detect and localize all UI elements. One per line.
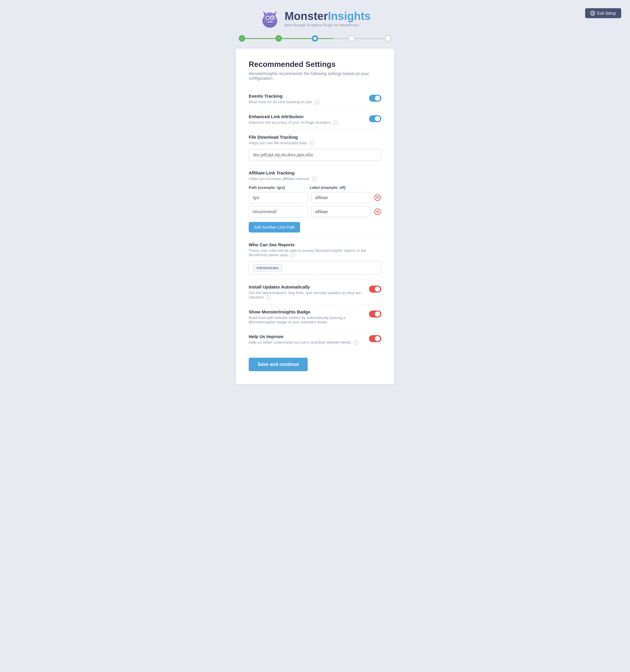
logo-icon xyxy=(259,8,280,29)
events-tracking-left: Events Tracking Must have for all click … xyxy=(249,94,369,104)
enhanced-link-row: Enhanced Link Attribution Improves the a… xyxy=(249,110,381,130)
show-badge-left: Show MonsterInsights Badge Build trust w… xyxy=(249,309,369,324)
logo-area: MonsterInsights Best Google Analytics Pl… xyxy=(259,8,370,29)
install-updates-info-icon[interactable]: i xyxy=(266,295,271,299)
show-badge-toggle[interactable] xyxy=(369,311,381,317)
events-tracking-info-icon[interactable]: i xyxy=(315,100,320,104)
progress-bar-area xyxy=(0,35,630,42)
help-improve-label: Help Us Improve xyxy=(249,334,369,339)
step-4-dot xyxy=(348,35,355,42)
install-updates-desc: Get the latest features, bug fixes, and … xyxy=(249,291,369,299)
affiliate-label-input-2[interactable] xyxy=(311,206,371,217)
administrator-role-tag: Administrator xyxy=(253,264,282,271)
install-updates-label: Install Updates Automatically xyxy=(249,284,369,289)
affiliate-path-input-1[interactable] xyxy=(249,192,308,203)
file-download-desc: Helps you see file downloads data. i xyxy=(249,141,381,145)
help-improve-toggle[interactable] xyxy=(369,335,381,342)
enhanced-link-label: Enhanced Link Attribution xyxy=(249,114,369,119)
enhanced-link-desc: Improves the accuracy of your In-Page An… xyxy=(249,120,369,125)
header: MonsterInsights Best Google Analytics Pl… xyxy=(0,0,630,35)
main-card: Recommended Settings MonsterInsights rec… xyxy=(236,49,394,384)
step-line-3 xyxy=(318,38,348,39)
step-3-dot xyxy=(312,35,318,42)
step-line-4 xyxy=(355,38,385,39)
events-tracking-toggle[interactable] xyxy=(369,95,381,102)
install-updates-row: Install Updates Automatically Get the la… xyxy=(249,280,381,305)
file-download-label: File Download Tracking xyxy=(249,135,381,140)
exit-setup-button[interactable]: ✕ Exit Setup xyxy=(585,8,621,18)
reports-section: Who Can See Reports These user roles wil… xyxy=(249,238,381,280)
file-download-input[interactable] xyxy=(249,149,381,161)
progress-track xyxy=(239,35,391,42)
install-updates-toggle[interactable] xyxy=(369,286,381,293)
affiliate-label-input-1[interactable] xyxy=(311,192,371,203)
svg-point-6 xyxy=(266,17,269,19)
show-badge-label: Show MonsterInsights Badge xyxy=(249,309,369,314)
reports-desc: These user roles will be able to access … xyxy=(249,248,381,258)
remove-icon-2: ✕ xyxy=(374,209,381,215)
reports-label: Who Can See Reports xyxy=(249,242,381,247)
role-tag-container[interactable]: Administrator xyxy=(249,261,381,275)
affiliate-remove-button-2[interactable]: ✕ xyxy=(374,208,381,216)
show-badge-row: Show MonsterInsights Badge Build trust w… xyxy=(249,305,381,329)
enhanced-link-toggle[interactable] xyxy=(369,115,381,122)
affiliate-column-headers: Path (example: /go/) Label (example: aff… xyxy=(249,185,381,190)
page-title: Recommended Settings xyxy=(249,60,381,69)
affiliate-path-input-2[interactable] xyxy=(249,206,308,217)
help-improve-left: Help Us Improve Help us better understan… xyxy=(249,334,369,345)
page-subtitle: MonsterInsights recommends the following… xyxy=(249,71,381,81)
help-improve-desc: Help us better understand our users and … xyxy=(249,340,369,345)
affiliate-label-column-label: Label (example: aff) xyxy=(310,185,367,190)
step-5-dot xyxy=(385,35,391,42)
logo-text: MonsterInsights Best Google Analytics Pl… xyxy=(284,10,370,27)
file-download-info-icon[interactable]: i xyxy=(310,141,314,145)
events-tracking-row: Events Tracking Must have for all click … xyxy=(249,89,381,110)
enhanced-link-info-icon[interactable]: i xyxy=(333,120,337,125)
step-1-dot xyxy=(239,35,245,42)
svg-rect-11 xyxy=(268,21,269,23)
svg-rect-12 xyxy=(270,21,271,23)
events-tracking-label: Events Tracking xyxy=(249,94,369,98)
affiliate-row-1: ✕ xyxy=(249,192,381,203)
step-line-2 xyxy=(282,38,312,39)
events-tracking-desc: Must have for all click tracking on site… xyxy=(249,100,369,104)
exit-icon: ✕ xyxy=(590,11,595,16)
remove-icon-1: ✕ xyxy=(374,194,381,201)
enhanced-link-left: Enhanced Link Attribution Improves the a… xyxy=(249,114,369,125)
svg-rect-13 xyxy=(271,21,273,23)
show-badge-desc: Build trust with website visitors by aut… xyxy=(249,315,369,324)
affiliate-path-column-label: Path (example: /go/) xyxy=(249,185,306,190)
affiliate-info-icon[interactable]: i xyxy=(312,177,317,181)
reports-info-icon[interactable]: i xyxy=(291,253,295,258)
help-improve-info-icon[interactable]: i xyxy=(354,340,358,345)
step-2-dot xyxy=(275,35,282,42)
affiliate-desc: Helps you increase affiliate revenue. i xyxy=(249,176,381,181)
exit-setup-label: Exit Setup xyxy=(597,11,616,16)
logo-name: MonsterInsights xyxy=(284,10,370,22)
file-download-section: File Download Tracking Helps you see fil… xyxy=(249,130,381,166)
affiliate-row-2: ✕ xyxy=(249,206,381,217)
add-link-path-button[interactable]: Add Another Link Path xyxy=(249,222,300,233)
help-improve-row: Help Us Improve Help us better understan… xyxy=(249,329,381,350)
save-continue-button[interactable]: Save and continue xyxy=(249,358,308,371)
install-updates-left: Install Updates Automatically Get the la… xyxy=(249,284,369,299)
affiliate-label: Affiliate Link Tracking xyxy=(249,170,381,175)
affiliate-remove-button-1[interactable]: ✕ xyxy=(374,194,381,201)
affiliate-section: Affiliate Link Tracking Helps you increa… xyxy=(249,166,381,238)
step-line-1 xyxy=(245,38,275,39)
logo-tagline: Best Google Analytics Plugin for WordPre… xyxy=(284,23,370,27)
